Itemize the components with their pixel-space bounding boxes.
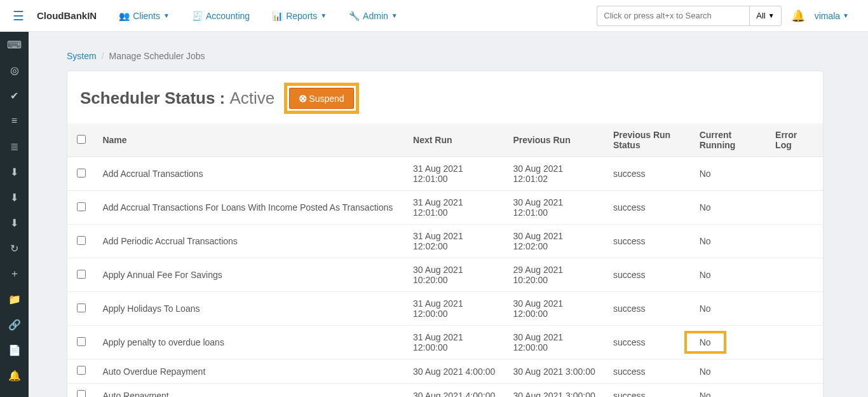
nav-label: Admin [363,11,388,21]
col-prev-status: Previous Run Status [606,123,692,157]
sidebar: ⌨◎✔≡≣⬇⬇⬇↻＋📁🔗📄🔔 [0,32,29,397]
cell-error-log [768,292,823,326]
sidebar-item-0[interactable]: ⌨ [0,32,29,57]
cell-name[interactable]: Add Accrual Transactions For Loans With … [95,191,405,225]
notifications-icon[interactable]: 🔔 [791,9,805,23]
nav-label: Accounting [206,11,250,21]
reports-icon: 📊 [272,11,283,21]
brand-logo: CloudBankIN [31,10,109,21]
table-row: Add Accrual Transactions31 Aug 2021 12:0… [67,157,823,191]
cell-name[interactable]: Auto Overdue Repayment [95,359,405,384]
col-error-log: Error Log [768,123,823,157]
sidebar-item-4[interactable]: ≣ [0,134,29,159]
breadcrumb-root[interactable]: System [67,51,97,61]
table-row: Apply penalty to overdue loans31 Aug 202… [67,326,823,359]
cell-current-running: No [692,225,768,258]
sidebar-item-2[interactable]: ✔ [0,83,29,108]
cell-current-running: No [692,157,768,191]
nav-accounting[interactable]: 🧾 Accounting [182,4,259,27]
cell-current-running: No [692,384,768,398]
admin-icon: 🔧 [349,11,360,21]
sidebar-item-5[interactable]: ⬇ [0,159,29,185]
cell-error-log [768,258,823,292]
row-checkbox[interactable] [77,366,86,375]
sidebar-item-8[interactable]: ↻ [0,235,29,261]
cell-name[interactable]: Apply Annual Fee For Savings [95,258,405,292]
row-checkbox[interactable] [77,169,86,178]
col-checkbox [67,123,95,157]
cell-prev-status: success [606,359,692,384]
sidebar-item-12[interactable]: 📄 [0,337,29,363]
search-filter-button[interactable]: All ▼ [749,6,781,26]
cell-prev-status: success [606,326,692,359]
cell-prev-run: 30 Aug 2021 12:01:00 [505,191,605,225]
caret-down-icon: ▼ [163,12,170,19]
cell-name[interactable]: Apply penalty to overdue loans [95,326,405,359]
nav-reports[interactable]: 📊 Reports ▼ [262,4,336,27]
cell-prev-status: success [606,157,692,191]
cell-prev-status: success [606,292,692,326]
nav-label: Reports [286,11,317,21]
table-row: Auto Repayment30 Aug 2021 4:00:0030 Aug … [67,384,823,398]
cell-current-running: No [692,326,768,359]
nav-clients[interactable]: 👥 Clients ▼ [109,4,179,27]
col-name: Name [95,123,405,157]
current-running-highlight: No [686,332,725,352]
sidebar-item-7[interactable]: ⬇ [0,210,29,235]
cell-name[interactable]: Auto Repayment [95,384,405,398]
sidebar-item-10[interactable]: 📁 [0,286,29,312]
user-menu[interactable]: vimala ▼ [815,11,849,21]
panel-header: Scheduler Status : Active ⊗ Suspend [67,71,823,123]
jobs-table: Name Next Run Previous Run Previous Run … [67,123,823,397]
topnav-right: All ▼ 🔔 vimala ▼ [597,6,862,26]
sidebar-item-11[interactable]: 🔗 [0,312,29,337]
cell-next-run: 31 Aug 2021 12:01:00 [405,157,505,191]
cell-prev-run: 29 Aug 2021 10:20:00 [505,258,605,292]
cell-prev-run: 30 Aug 2021 3:00:00 [505,359,605,384]
sidebar-item-13[interactable]: 🔔 [0,363,29,388]
row-checkbox[interactable] [77,303,86,312]
row-checkbox[interactable] [77,337,86,346]
cell-prev-run: 30 Aug 2021 12:00:00 [505,326,605,359]
menu-toggle-icon[interactable]: ☰ [6,8,31,24]
search-filter-label: All [756,11,765,20]
cell-error-log [768,157,823,191]
cell-prev-status: success [606,225,692,258]
cell-name[interactable]: Add Accrual Transactions [95,157,405,191]
suspend-label: Suspend [309,94,344,104]
cell-current-running: No [692,292,768,326]
sidebar-item-9[interactable]: ＋ [0,261,29,286]
row-checkbox[interactable] [77,236,86,245]
select-all-checkbox[interactable] [77,135,86,144]
cell-next-run: 31 Aug 2021 12:01:00 [405,191,505,225]
scheduler-panel: Scheduler Status : Active ⊗ Suspend Name… [67,71,824,397]
cell-error-log [768,384,823,398]
search-input[interactable] [597,6,749,26]
table-row: Add Periodic Accrual Transactions31 Aug … [67,225,823,258]
accounting-icon: 🧾 [192,11,203,21]
cell-error-log [768,359,823,384]
top-nav: ☰ CloudBankIN 👥 Clients ▼ 🧾 Accounting 📊… [0,0,868,32]
sidebar-item-3[interactable]: ≡ [0,108,29,134]
cell-prev-status: success [606,191,692,225]
breadcrumb-separator: / [102,51,104,61]
nav-label: Clients [133,11,160,21]
suspend-button[interactable]: ⊗ Suspend [289,88,353,109]
scheduler-status-value: Active [230,88,275,108]
row-checkbox[interactable] [77,270,86,279]
cell-prev-run: 30 Aug 2021 3:00:00 [505,384,605,398]
table-row: Add Accrual Transactions For Loans With … [67,191,823,225]
sidebar-item-6[interactable]: ⬇ [0,185,29,210]
row-checkbox[interactable] [77,202,86,211]
cell-name[interactable]: Apply Holidays To Loans [95,292,405,326]
cell-name[interactable]: Add Periodic Accrual Transactions [95,225,405,258]
row-checkbox[interactable] [77,390,86,397]
cell-prev-run: 30 Aug 2021 12:01:02 [505,157,605,191]
page-title: Scheduler Status : Active [80,88,275,108]
user-name: vimala [815,11,840,21]
title-prefix: Scheduler Status : [80,88,225,108]
sidebar-item-1[interactable]: ◎ [0,57,29,83]
nav-admin[interactable]: 🔧 Admin ▼ [339,4,407,27]
cell-next-run: 30 Aug 2021 4:00:00 [405,384,505,398]
cell-error-log [768,225,823,258]
